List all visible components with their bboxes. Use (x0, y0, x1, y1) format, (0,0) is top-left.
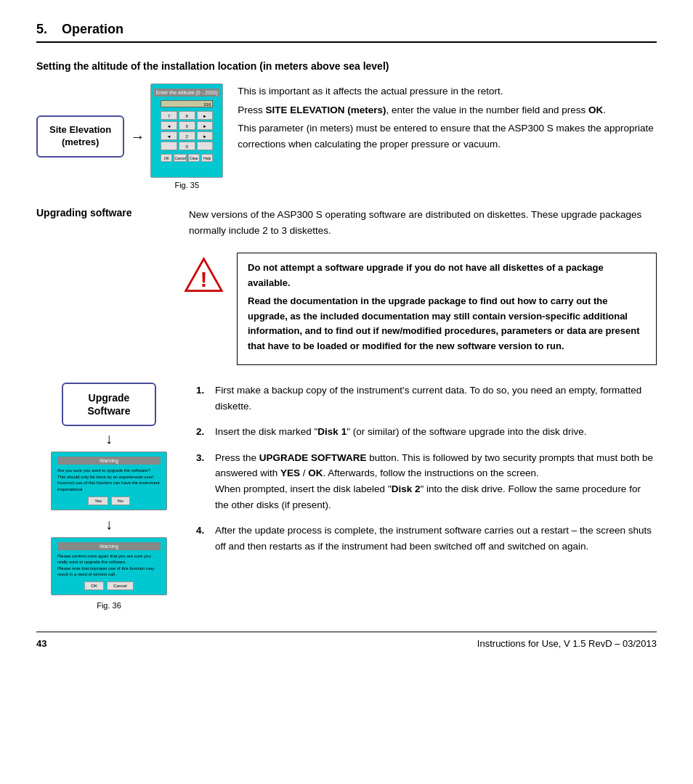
step-2-num: 2. (196, 424, 209, 440)
upgrading-software-row: Upgrading software New versions of the A… (36, 207, 657, 238)
arrow-down-icon-2: ↓ (105, 516, 113, 533)
arrow-right-icon: → (130, 128, 145, 145)
key-help: Help (201, 154, 213, 162)
upgrading-text: New versions of the ASP300 S operating s… (189, 207, 657, 238)
step-4: 4. After the update process is complete,… (196, 523, 657, 554)
fig35-caption: Fig. 35 (174, 181, 199, 189)
key-ok: OK (161, 154, 172, 162)
warning-svg: ! (184, 255, 224, 295)
fig36-caption: Fig. 36 (97, 601, 121, 610)
screen1-text: Are you sure you want to upgrade the sof… (57, 467, 161, 492)
step-3-text: Press the UPGRADE SOFTWARE button. This … (215, 450, 657, 513)
keypad-bottom-row: OK Cancel Clear Help (161, 154, 213, 162)
key-dot (197, 142, 214, 150)
fig36-section: UpgradeSoftware ↓ Warning Are you sure y… (36, 383, 657, 611)
step-3-num: 3. (196, 450, 209, 513)
screen2-buttons: OK Cancel (57, 581, 161, 590)
step-2: 2. Insert the disk marked "Disk 1" (or s… (196, 424, 657, 440)
step-1-text: First make a backup copy of the instrume… (215, 383, 657, 414)
arrow-down-icon-1: ↓ (105, 430, 113, 447)
warning-line2: Read the documentation in the upgrade pa… (248, 294, 646, 354)
keypad-title-bar: Enter the altitude (0 - 2000) (154, 89, 219, 97)
key-cancel: Cancel (174, 154, 187, 162)
screen1-yes-button: Yes (88, 497, 108, 505)
page-footer: 43 Instructions for Use, V 1.5 RevD – 03… (36, 632, 657, 649)
screen2-ok-button: OK (84, 581, 104, 590)
altitude-desc-3: This parameter (in meters) must be enter… (238, 121, 657, 152)
warning-line1: Do not attempt a software upgrade if you… (248, 261, 646, 291)
key-0: 0 (179, 142, 195, 150)
key-7: 7 (161, 111, 177, 120)
screen2-text: Please confirm once again that you are s… (57, 553, 161, 578)
svg-text:!: ! (200, 268, 207, 291)
warning-box: Do not attempt a software upgrade if you… (237, 253, 657, 365)
screen1-no-button: No (111, 497, 130, 505)
section-number: 5. (36, 22, 47, 37)
key-4: ◄ (161, 121, 177, 130)
site-elevation-button: Site Elevation(metres) (36, 115, 124, 158)
key-3: ► (197, 131, 214, 140)
screen1-header: Warning (57, 457, 161, 465)
warning-section: ! Do not attempt a software upgrade if y… (182, 253, 657, 365)
keypad-display: 316 (161, 100, 213, 107)
screen2-cancel-button: Cancel (107, 581, 134, 590)
screen2-header: Warning (57, 542, 161, 550)
altitude-sub-heading: Setting the altitude of the installation… (36, 60, 657, 72)
site-elevation-left: Site Elevation(metres) → Enter the altit… (36, 83, 223, 189)
keypad-figure: Enter the altitude (0 - 2000) 316 7 8 ► … (150, 83, 223, 189)
altitude-description: This is important as it affects the actu… (238, 83, 657, 155)
key-clear: Clear (188, 154, 200, 162)
screen2-mockup: Warning Please confirm once again that y… (51, 537, 167, 596)
step-4-num: 4. (196, 523, 209, 554)
key-1: ◄ (161, 131, 177, 140)
section-title: Operation (62, 22, 123, 37)
screen1-mockup: Warning Are you sure you want to upgrade… (51, 452, 167, 510)
upgrade-software-button: UpgradeSoftware (62, 383, 156, 426)
warning-triangle-icon: ! (182, 253, 225, 296)
key-8: 8 (179, 111, 195, 120)
key-2: 2 (179, 131, 195, 140)
key-9: ► (197, 111, 214, 120)
key-6: ► (197, 121, 214, 130)
keypad-image: Enter the altitude (0 - 2000) 316 7 8 ► … (150, 83, 223, 178)
step-1: 1. First make a backup copy of the instr… (196, 383, 657, 414)
keypad-grid: 7 8 ► ◄ 5 ► ◄ 2 ► 0 (161, 111, 213, 150)
screen1-buttons: Yes No (57, 497, 161, 505)
steps-section: 1. First make a backup copy of the instr… (196, 383, 657, 564)
step-3: 3. Press the UPGRADE SOFTWARE button. Th… (196, 450, 657, 513)
site-elevation-row: Site Elevation(metres) → Enter the altit… (36, 83, 657, 189)
altitude-section: Setting the altitude of the installation… (36, 60, 657, 189)
step-1-num: 1. (196, 383, 209, 414)
altitude-desc-1: This is important as it affects the actu… (238, 83, 657, 99)
page-header: 5. Operation (36, 22, 657, 43)
step-4-text: After the update process is complete, th… (215, 523, 657, 554)
footer-info: Instructions for Use, V 1.5 RevD – 03/20… (477, 638, 657, 649)
step-2-text: Insert the disk marked "Disk 1" (or simi… (215, 424, 587, 440)
fig36-left: UpgradeSoftware ↓ Warning Are you sure y… (36, 383, 182, 611)
key-empty (161, 142, 177, 150)
steps-list: 1. First make a backup copy of the instr… (196, 383, 657, 554)
key-5: 5 (179, 121, 195, 130)
page-number: 43 (36, 638, 46, 649)
altitude-desc-2: Press SITE ELEVATION (meters), enter the… (238, 102, 657, 118)
upgrading-label: Upgrading software (36, 207, 182, 219)
